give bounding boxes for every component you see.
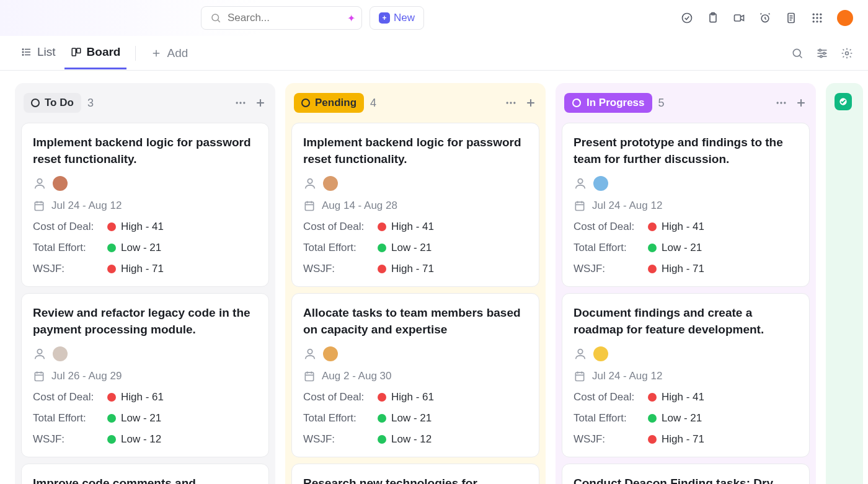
view-bar: List Board Add	[0, 36, 868, 71]
user-avatar[interactable]	[837, 10, 853, 26]
priority-dot-icon	[648, 435, 657, 444]
add-card-icon[interactable]	[254, 97, 267, 109]
metric-cost: Cost of Deal:High - 41	[303, 221, 528, 233]
metric-wsjf: WSJF:High - 71	[33, 263, 257, 275]
person-icon[interactable]	[33, 347, 46, 361]
assignee-row	[33, 176, 257, 191]
assignee-avatar[interactable]	[593, 346, 608, 361]
svg-rect-60	[305, 202, 313, 210]
person-icon[interactable]	[303, 177, 317, 190]
svg-rect-65	[305, 373, 313, 381]
assignee-avatar[interactable]	[323, 176, 338, 191]
task-card[interactable]: Document findings and create a roadmap f…	[562, 293, 810, 457]
metric-value: High - 41	[662, 221, 704, 233]
metric-value: Low - 21	[121, 242, 161, 254]
more-icon[interactable]	[775, 97, 787, 109]
more-icon[interactable]	[234, 97, 247, 109]
metric-value: High - 71	[121, 263, 164, 275]
task-card[interactable]: Conduct Deacon Finding tasks: Dry, Trim,…	[562, 464, 810, 484]
person-icon[interactable]	[574, 347, 587, 361]
svg-point-30	[793, 49, 800, 56]
priority-dot-icon	[107, 222, 116, 231]
metric-label: WSJF:	[33, 263, 107, 275]
add-card-icon[interactable]	[795, 97, 807, 109]
svg-point-64	[308, 350, 312, 354]
task-card[interactable]: Review and refactor legacy code in the p…	[21, 293, 269, 457]
column-count: 3	[87, 97, 94, 110]
metric-label: Total Effort:	[574, 412, 648, 425]
assignee-avatar[interactable]	[593, 176, 608, 191]
apps-grid-icon[interactable]	[811, 12, 823, 24]
person-icon[interactable]	[303, 347, 317, 361]
view-add[interactable]: Add	[144, 40, 194, 66]
priority-dot-icon	[378, 222, 386, 231]
status-pill-todo[interactable]: To Do	[24, 93, 81, 113]
task-card[interactable]: Allocate tasks to team members based on …	[291, 293, 539, 457]
priority-dot-icon	[648, 265, 657, 273]
add-card-icon[interactable]	[525, 97, 537, 109]
list-icon	[21, 46, 32, 58]
task-card[interactable]: Research new technologies for potential …	[291, 464, 539, 484]
assignee-avatar[interactable]	[53, 176, 68, 191]
search-input[interactable]	[228, 12, 359, 24]
task-card[interactable]: Implement backend logic for password res…	[21, 123, 269, 287]
svg-rect-5	[735, 15, 741, 21]
metric-value: High - 71	[662, 263, 704, 275]
new-button[interactable]: + New	[370, 6, 424, 30]
status-pill-done[interactable]	[835, 93, 852, 110]
metric-label: WSJF:	[574, 263, 648, 275]
svg-point-49	[37, 350, 42, 354]
view-list-label: List	[37, 45, 56, 59]
column-header: Pending 4	[291, 89, 539, 117]
metric-value: Low - 12	[391, 433, 432, 446]
svg-point-24	[22, 51, 24, 53]
date-text: Aug 14 - Aug 28	[322, 200, 397, 212]
svg-point-23	[22, 49, 24, 50]
column-todo: To Do 3 Implement backend logic for pass…	[15, 83, 275, 484]
view-board[interactable]: Board	[64, 37, 127, 69]
view-add-label: Add	[167, 46, 188, 60]
person-icon[interactable]	[33, 177, 46, 190]
svg-rect-26	[72, 48, 76, 56]
date-text: Jul 24 - Aug 12	[592, 370, 662, 382]
status-label: In Progress	[587, 97, 645, 109]
search-box[interactable]: ✦	[201, 6, 362, 30]
status-progress-icon	[572, 98, 582, 108]
metric-label: Cost of Deal:	[33, 391, 107, 403]
search-icon[interactable]	[791, 47, 804, 59]
assignee-avatar[interactable]	[53, 346, 68, 361]
metric-effort: Total Effort:Low - 21	[574, 242, 798, 254]
column-done	[826, 83, 863, 484]
top-bar: ✦ + New	[0, 0, 868, 36]
svg-point-14	[813, 17, 815, 19]
ai-sparkle-icon[interactable]: ✦	[347, 12, 355, 24]
task-card[interactable]: Present prototype and findings to the te…	[562, 123, 810, 287]
task-card[interactable]: Implement backend logic for password res…	[291, 123, 539, 287]
check-circle-icon[interactable]	[681, 12, 693, 24]
document-icon[interactable]	[785, 12, 797, 24]
clipboard-icon[interactable]	[707, 12, 719, 24]
video-icon[interactable]	[733, 12, 745, 24]
metric-effort: Total Effort:Low - 21	[303, 412, 528, 425]
status-label: To Do	[45, 97, 74, 109]
person-icon[interactable]	[574, 177, 587, 190]
assignee-row	[574, 176, 798, 191]
status-pill-in-progress[interactable]: In Progress	[564, 93, 652, 113]
more-icon[interactable]	[505, 97, 517, 109]
settings-icon[interactable]	[841, 47, 853, 59]
filter-icon[interactable]	[816, 47, 828, 59]
alarm-icon[interactable]	[759, 12, 771, 24]
svg-point-75	[578, 179, 582, 183]
metric-value: High - 71	[662, 433, 704, 446]
top-actions	[681, 10, 853, 26]
metric-cost: Cost of Deal:High - 61	[303, 391, 528, 403]
svg-point-25	[22, 55, 24, 56]
calendar-icon	[574, 370, 586, 382]
status-pill-pending[interactable]: Pending	[294, 93, 364, 113]
assignee-avatar[interactable]	[323, 346, 338, 361]
task-card[interactable]: Improve code comments and documentation …	[21, 464, 269, 484]
view-list[interactable]: List	[15, 37, 62, 69]
metric-cost: Cost of Deal:High - 41	[574, 221, 798, 233]
date-row: Jul 24 - Aug 12	[574, 200, 798, 212]
priority-dot-icon	[648, 244, 657, 252]
